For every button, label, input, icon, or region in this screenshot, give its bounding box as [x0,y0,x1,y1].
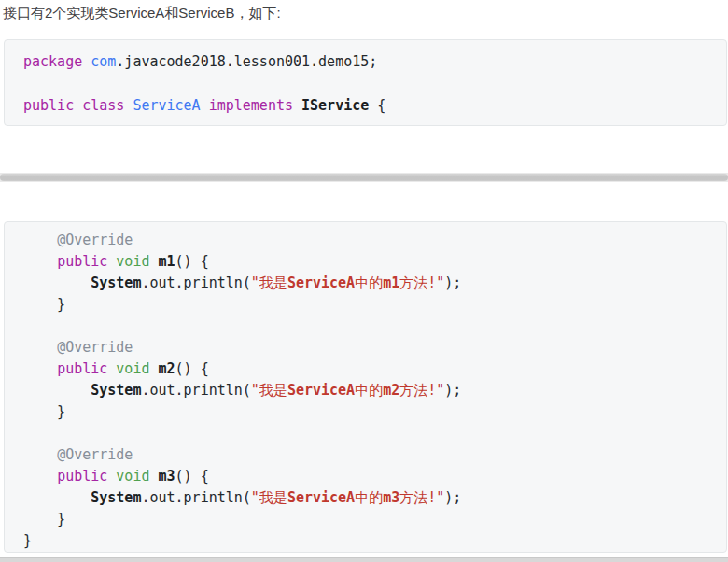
code-line [23,316,707,337]
code-line: package com.javacode2018.lesson001.demo1… [23,51,707,74]
code-line: } [23,294,707,316]
code-line: public class ServiceA implements IServic… [23,95,707,118]
code-line: public void m3() { [23,466,707,487]
code-line [23,423,707,444]
code-line: @Override [23,230,707,251]
scrollbar-thumb[interactable] [0,174,728,181]
code-line: } [23,401,707,423]
bottom-divider [0,557,728,562]
code-line: public void m2() { [23,358,707,380]
code-line: System.out.println("我是ServiceA中的m1方法!"); [23,273,707,294]
code-line: @Override [23,337,707,358]
intro-text: 接口有2个实现类ServiceA和ServiceB，如下: [3,3,281,23]
code-line: System.out.println("我是ServiceA中的m3方法!"); [23,487,707,509]
code-line [23,74,707,96]
article-page: 接口有2个实现类ServiceA和ServiceB，如下: package co… [0,0,728,562]
code-line: System.out.println("我是ServiceA中的m2方法!"); [23,380,707,401]
horizontal-scrollbar[interactable] [0,173,728,182]
code-block-package-declaration: package com.javacode2018.lesson001.demo1… [4,39,727,126]
code-line: } [23,509,707,530]
code-block-service-methods: @Override public void m1() { System.out.… [4,221,727,553]
code-line: @Override [23,444,707,466]
code-line: public void m1() { [23,251,707,273]
code-line: } [23,530,707,552]
